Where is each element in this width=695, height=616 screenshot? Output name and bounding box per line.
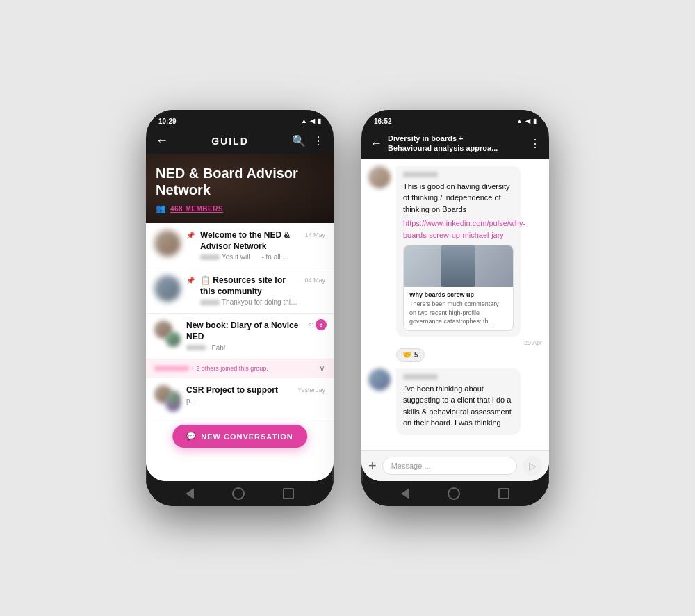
group-banner: NED & Board Advisor Network 👥 468 MEMBER… xyxy=(146,154,334,223)
phone-1: 10:29 ▲ ◀ ▮ ← GUILD 🔍 ⋮ NED & Board Advi… xyxy=(146,110,334,506)
back-button-2[interactable]: ← xyxy=(370,136,382,151)
wifi-icon: ▲ xyxy=(301,117,307,124)
msg-content-2: I've been thinking about suggesting to a… xyxy=(396,368,542,435)
conversation-list: 📌 Welcome to the NED & Advisor Network Y… xyxy=(146,223,334,481)
conv-date-2: 04 May xyxy=(304,277,325,284)
battery-icon: ▮ xyxy=(318,117,321,124)
avatar-3 xyxy=(154,321,181,347)
wifi-icon-2: ▲ xyxy=(516,117,523,124)
reaction-btn-1[interactable]: 🤝 5 xyxy=(396,348,425,362)
message-input[interactable]: Message ... xyxy=(382,457,517,475)
send-button[interactable]: ▷ xyxy=(523,456,542,476)
back-nav-btn-2[interactable] xyxy=(401,488,409,499)
link-preview-desc-1: There's been much commentary on two rece… xyxy=(409,300,507,326)
joined-label: + 2 others joined this group. xyxy=(191,365,268,372)
joined-text: + 2 others joined this group. xyxy=(154,365,268,372)
conversation-item-csr[interactable]: CSR Project to support p... Yesterday xyxy=(146,378,334,419)
message-row-1: This is good on having diversity of thin… xyxy=(368,166,542,362)
conv-title-4: CSR Project to support xyxy=(186,385,292,396)
conv-preview-2: Thankyou for doing this ... xyxy=(200,298,299,306)
time-2: 16:52 xyxy=(374,117,392,125)
conv-title-2: 📋 Resources site for this community xyxy=(200,275,299,297)
back-button-1[interactable]: ← xyxy=(156,133,168,148)
home-nav-btn[interactable] xyxy=(232,487,245,500)
link-person-img xyxy=(441,245,475,287)
notch-1 xyxy=(202,110,278,125)
sender-blur-2 xyxy=(200,300,220,305)
new-conv-label: NEW CONVERSATION xyxy=(201,432,293,441)
recent-nav-btn[interactable] xyxy=(283,488,294,499)
bottom-bar-2 xyxy=(361,481,549,506)
msg-text-1: This is good on having diversity of thin… xyxy=(403,181,514,216)
msg-bubble-1: This is good on having diversity of thin… xyxy=(396,166,521,337)
conversation-item-book[interactable]: New book: Diary of a Novice NED : Fab! 2… xyxy=(146,314,334,359)
header-icons: 🔍 ⋮ xyxy=(292,134,324,147)
sender-name-blur-1 xyxy=(403,172,438,177)
link-preview-1[interactable]: Why boards screw up There's been much co… xyxy=(403,245,514,331)
signal-icon-2: ◀ xyxy=(525,117,530,124)
signal-icon: ◀ xyxy=(310,117,315,124)
msg-content-1: This is good on having diversity of thin… xyxy=(396,166,542,362)
msg-text-2: I've been thinking about suggesting to a… xyxy=(403,383,514,429)
conversation-item-welcome[interactable]: 📌 Welcome to the NED & Advisor Network Y… xyxy=(146,223,334,268)
conv-preview-1: Yes it will - to all ... xyxy=(200,253,299,261)
msg-bubble-2: I've been thinking about suggesting to a… xyxy=(396,368,521,435)
notch-2 xyxy=(417,110,493,125)
group-title: NED & Board Advisor Network xyxy=(156,165,324,198)
conversation-item-resources[interactable]: 📌 📋 Resources site for this community Th… xyxy=(146,268,334,314)
avatar-img-1 xyxy=(154,230,181,257)
members-count[interactable]: 468 MEMBERS xyxy=(170,205,223,213)
pin-icon-1: 📌 xyxy=(186,232,195,239)
preview-text-2: Thankyou for doing this ... xyxy=(222,298,299,306)
conv-date-1: 14 May xyxy=(304,232,325,238)
more-icon-2[interactable]: ⋮ xyxy=(530,137,541,150)
reaction-count-1: 5 xyxy=(414,351,418,359)
chat-header: ← Diversity in boards +Behavioural analy… xyxy=(361,129,549,159)
sender-blur-3 xyxy=(186,345,206,350)
reaction-row-1: 🤝 5 xyxy=(396,348,542,362)
preview-text-4: p... xyxy=(186,397,196,405)
members-icon: 👥 xyxy=(156,204,166,213)
more-icon[interactable]: ⋮ xyxy=(313,134,324,147)
screen-1: ← GUILD 🔍 ⋮ NED & Board Advisor Network … xyxy=(146,129,334,481)
conv-content-2: 📋 Resources site for this community Than… xyxy=(200,275,299,306)
app-title: GUILD xyxy=(211,136,249,147)
av3-4 xyxy=(167,391,181,405)
chat-input-bar: + Message ... ▷ xyxy=(361,450,549,481)
recent-nav-btn-2[interactable] xyxy=(498,488,509,499)
sender-name-blur-2 xyxy=(403,374,438,380)
conv-date-4: Yesterday xyxy=(297,387,325,394)
search-icon[interactable]: 🔍 xyxy=(292,134,306,147)
msg-date-1: 29 Apr xyxy=(396,339,542,346)
conv-content-4: CSR Project to support p... xyxy=(186,385,292,405)
chat-title: Diversity in boards +Behavioural analysi… xyxy=(388,133,524,154)
status-icons-1: ▲ ◀ ▮ xyxy=(301,117,321,124)
msg-link-1[interactable]: https://www.linkedin.com/pulse/why-board… xyxy=(403,218,514,241)
attach-button[interactable]: + xyxy=(368,458,377,474)
bottom-bar-1 xyxy=(146,481,334,506)
preview-text-1: Yes it will - to all ... xyxy=(222,253,288,261)
msg-avatar-1 xyxy=(368,166,391,188)
conv-preview-3: : Fab! xyxy=(186,344,302,352)
time-1: 10:29 xyxy=(158,117,177,125)
phone-2: 16:52 ▲ ◀ ▮ ← Diversity in boards +Behav… xyxy=(361,110,549,506)
conv-title-1: Welcome to the NED & Advisor Network xyxy=(200,230,299,252)
avatar-img-2 xyxy=(154,275,181,302)
avatar-stack-3 xyxy=(154,321,181,347)
chevron-icon[interactable]: ∨ xyxy=(319,364,325,373)
conv-content-3: New book: Diary of a Novice NED : Fab! xyxy=(186,321,302,351)
screen-2: ← Diversity in boards +Behavioural analy… xyxy=(361,129,549,481)
message-row-2: I've been thinking about suggesting to a… xyxy=(368,368,542,435)
home-nav-btn-2[interactable] xyxy=(448,487,460,500)
joined-notice[interactable]: + 2 others joined this group. ∨ xyxy=(146,359,334,378)
new-conversation-button[interactable]: 💬 NEW CONVERSATION xyxy=(172,425,307,448)
members-row[interactable]: 👥 468 MEMBERS xyxy=(156,204,324,213)
reaction-emoji-1: 🤝 xyxy=(402,350,412,359)
avatar-stack-4 xyxy=(154,385,181,412)
chat-messages: This is good on having diversity of thin… xyxy=(361,159,549,450)
back-nav-btn[interactable] xyxy=(186,488,194,499)
av2 xyxy=(165,332,181,347)
avatar-2 xyxy=(154,275,181,302)
preview-text-3: : Fab! xyxy=(208,344,226,352)
link-preview-content-1: Why boards screw up There's been much co… xyxy=(404,287,513,330)
